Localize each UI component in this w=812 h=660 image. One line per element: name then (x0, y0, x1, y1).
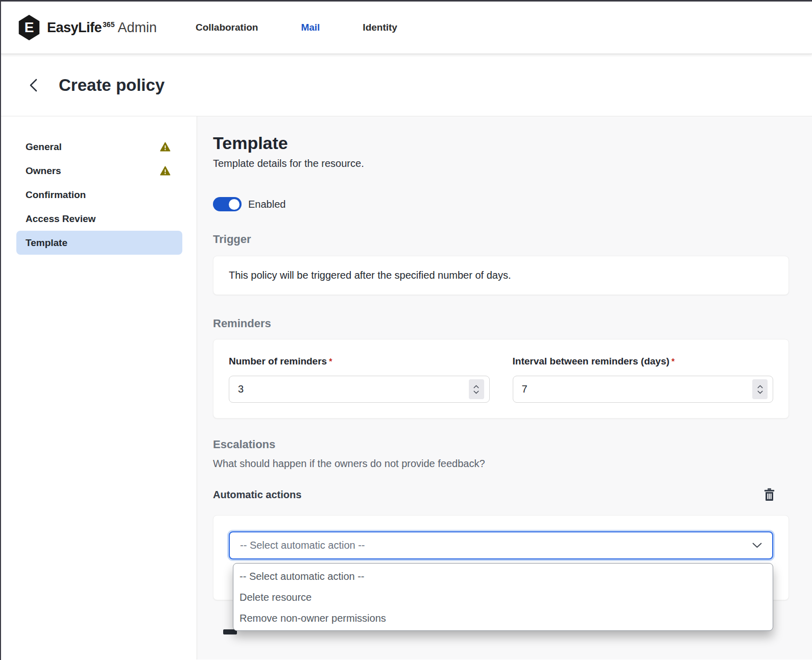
sidebar-item-general[interactable]: General (16, 135, 182, 159)
automatic-actions-heading: Automatic actions (213, 489, 301, 501)
spinner-down-icon (757, 390, 763, 394)
brand-name: EasyLife (47, 20, 102, 35)
warning-icon (160, 142, 171, 152)
field-label: Number of reminders (229, 356, 327, 366)
automatic-actions-card: -- Select automatic action -- -- Select … (213, 515, 789, 600)
escalations-heading: Escalations (213, 438, 789, 451)
nav-links: Collaboration Mail Identity (196, 22, 397, 33)
dropdown-option-placeholder[interactable]: -- Select automatic action -- (233, 566, 773, 587)
template-panel: Template Template details for the resour… (197, 116, 812, 659)
sidebar-item-label: Template (26, 237, 67, 249)
sidebar-item-label: Owners (26, 165, 61, 177)
top-nav: E EasyLife365Admin Collaboration Mail Id… (1, 2, 812, 54)
interval-between-reminders-field: Interval between reminders (days)* (513, 356, 774, 403)
spinner-up-icon (757, 385, 763, 388)
toggle-knob (229, 199, 240, 210)
brand-logo[interactable]: E (18, 15, 40, 40)
sidebar-item-label: General (26, 141, 62, 153)
delete-action-button[interactable] (764, 488, 775, 501)
number-of-reminders-field: Number of reminders* (229, 356, 490, 403)
required-asterisk: * (329, 357, 332, 366)
section-subtitle: Template details for the resource. (213, 158, 789, 169)
sidebar-item-owners[interactable]: Owners (16, 159, 182, 183)
select-value: -- Select automatic action -- (240, 540, 365, 551)
back-button[interactable] (29, 78, 41, 92)
spinner-up-icon (473, 385, 479, 388)
chevron-left-icon (29, 79, 38, 92)
trigger-message: This policy will be triggered after the … (229, 270, 511, 281)
app-window: E EasyLife365Admin Collaboration Mail Id… (0, 0, 812, 660)
section-title: Template (213, 133, 789, 153)
trigger-heading: Trigger (213, 233, 789, 246)
field-label: Interval between reminders (days) (513, 356, 670, 366)
number-spinner[interactable] (469, 379, 484, 399)
nav-item-collaboration[interactable]: Collaboration (196, 22, 258, 33)
chevron-down-icon (752, 543, 762, 548)
number-spinner[interactable] (752, 379, 768, 399)
required-asterisk: * (672, 357, 675, 366)
automatic-action-select[interactable]: -- Select automatic action -- (229, 531, 773, 559)
interval-between-reminders-input[interactable] (513, 376, 774, 403)
number-of-reminders-input[interactable] (229, 376, 490, 403)
reminders-card: Number of reminders* Interval between re… (213, 339, 789, 419)
trash-icon (764, 488, 775, 501)
brand-365: 365 (103, 20, 114, 29)
spinner-down-icon (473, 390, 479, 394)
warning-icon (160, 166, 171, 176)
escalations-subtitle: What should happen if the owners do not … (213, 458, 789, 470)
page-header: Create policy (1, 54, 812, 116)
enabled-toggle-label: Enabled (248, 199, 285, 210)
brand-suffix: Admin (117, 20, 157, 35)
enabled-toggle[interactable] (213, 197, 242, 211)
sidebar-item-template[interactable]: Template (16, 231, 182, 255)
policy-steps-sidebar: General Owners Confirmation Acce (1, 116, 197, 659)
dropdown-option-remove-non-owner-permissions[interactable]: Remove non-owner permissions (233, 608, 773, 629)
sidebar-item-confirmation[interactable]: Confirmation (16, 183, 182, 207)
brand-logo-letter: E (25, 19, 34, 36)
brand-title: EasyLife365Admin (47, 20, 157, 36)
nav-item-identity[interactable]: Identity (363, 22, 397, 33)
sidebar-item-access-review[interactable]: Access Review (16, 207, 182, 231)
sidebar-item-label: Access Review (26, 213, 95, 225)
reminders-heading: Reminders (213, 317, 789, 330)
sidebar-item-label: Confirmation (26, 189, 86, 201)
page-title: Create policy (59, 76, 164, 95)
nav-item-mail[interactable]: Mail (301, 22, 320, 33)
dropdown-option-delete-resource[interactable]: Delete resource (233, 587, 773, 608)
trigger-card: This policy will be triggered after the … (213, 256, 789, 295)
automatic-action-dropdown: -- Select automatic action -- Delete res… (233, 563, 773, 631)
